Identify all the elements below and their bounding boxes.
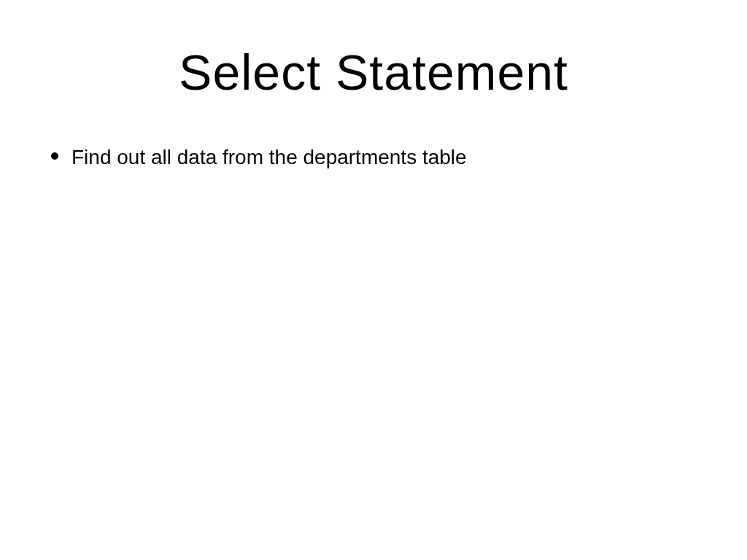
slide-content: Find out all data from the departments t… <box>0 130 747 171</box>
slide-container: Select Statement Find out all data from … <box>0 0 747 560</box>
bullet-item: Find out all data from the departments t… <box>51 144 696 171</box>
slide-title: Select Statement <box>0 0 747 130</box>
bullet-text: Find out all data from the departments t… <box>71 144 467 171</box>
bullet-icon <box>51 152 58 160</box>
